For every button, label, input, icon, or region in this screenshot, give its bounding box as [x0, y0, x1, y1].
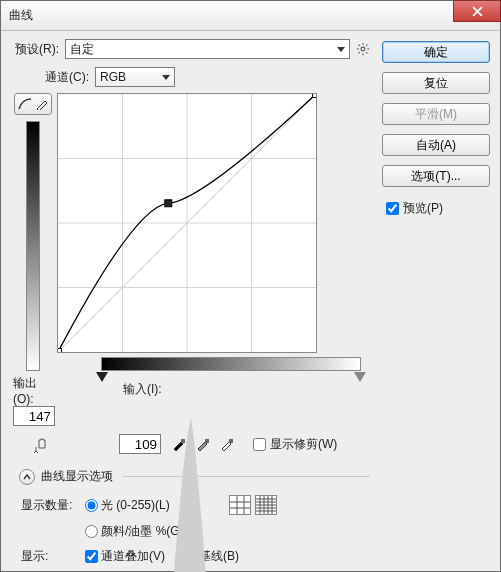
svg-line-17	[58, 94, 316, 352]
options-button[interactable]: 选项(T)...	[382, 165, 490, 187]
channel-label: 通道(C):	[45, 69, 89, 86]
curve-graph[interactable]	[57, 93, 317, 353]
white-point-slider[interactable]	[354, 372, 366, 382]
svg-rect-18	[58, 349, 61, 352]
titlebar[interactable]: 曲线	[1, 1, 500, 31]
svg-line-8	[366, 45, 367, 46]
target-adjust-icon[interactable]	[33, 434, 53, 454]
window-title: 曲线	[9, 7, 33, 24]
close-button[interactable]	[453, 0, 501, 22]
chevron-up-icon	[23, 473, 31, 481]
input-gradient	[101, 357, 361, 371]
channel-select[interactable]: RGB	[95, 67, 175, 87]
collapse-button[interactable]	[19, 469, 35, 485]
preset-label: 预设(R):	[15, 41, 59, 58]
black-point-slider[interactable]	[96, 372, 108, 382]
gear-icon[interactable]	[356, 42, 370, 56]
output-input[interactable]	[13, 406, 55, 426]
curves-dialog: 曲线 预设(R): 自定	[0, 0, 501, 572]
right-panel: 确定 复位 平滑(M) 自动(A) 选项(T)... 预览(P)	[382, 31, 500, 571]
preview-checkbox[interactable]	[386, 202, 399, 215]
preview-label: 预览(P)	[403, 200, 443, 217]
channel-value: RGB	[100, 70, 126, 84]
preset-select[interactable]: 自定	[65, 39, 350, 59]
svg-rect-19	[165, 200, 172, 207]
left-panel: 预设(R): 自定 通道(C):	[1, 31, 382, 571]
ok-button[interactable]: 确定	[382, 41, 490, 63]
smooth-button[interactable]: 平滑(M)	[382, 103, 490, 125]
curve-tool-buttons[interactable]	[14, 93, 52, 115]
chevron-down-icon	[162, 75, 170, 80]
svg-line-7	[359, 52, 360, 53]
curve-line	[58, 94, 316, 352]
svg-marker-16	[58, 417, 312, 573]
output-label: 输出(O):	[13, 375, 55, 406]
pencil-icon	[36, 98, 48, 110]
svg-point-0	[361, 47, 365, 51]
auto-button[interactable]: 自动(A)	[382, 134, 490, 156]
chevron-down-icon	[337, 47, 345, 52]
reset-button[interactable]: 复位	[382, 72, 490, 94]
svg-line-6	[366, 52, 367, 53]
svg-line-5	[359, 45, 360, 46]
curve-point-icon	[18, 97, 32, 111]
svg-rect-20	[313, 94, 316, 97]
output-gradient	[26, 121, 40, 371]
preset-value: 自定	[70, 41, 94, 58]
close-icon	[472, 6, 483, 17]
